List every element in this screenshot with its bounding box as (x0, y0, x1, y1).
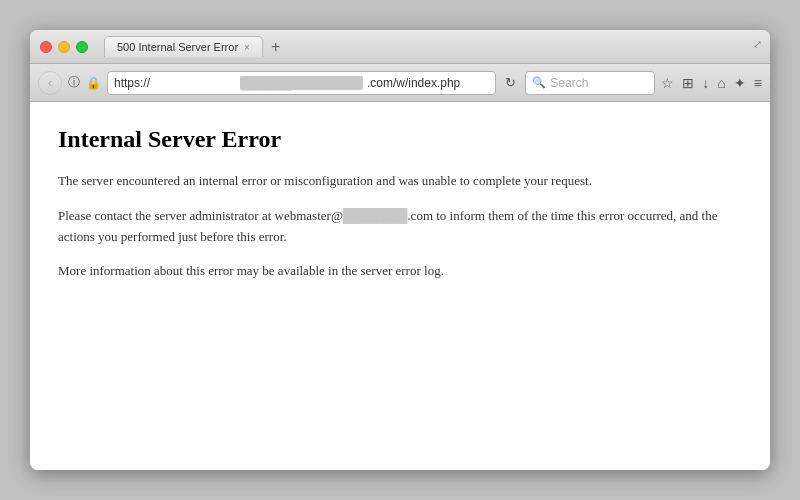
error-heading: Internal Server Error (58, 126, 742, 153)
tab-title: 500 Internal Server Error (117, 41, 238, 53)
refresh-button[interactable]: ↻ (502, 75, 519, 90)
menu-icon[interactable]: ≡ (754, 75, 762, 91)
active-tab[interactable]: 500 Internal Server Error × (104, 36, 263, 57)
url-redacted-domain: ██████ (240, 76, 362, 90)
tab-close-button[interactable]: × (244, 42, 250, 53)
search-bar[interactable]: 🔍 Search (525, 71, 655, 95)
window-controls (40, 41, 88, 53)
error-paragraph-3: More information about this error may be… (58, 261, 742, 282)
nav-bar: ‹ ⓘ 🔒 https:// ██████ .com/w/index.php ↻… (30, 64, 770, 102)
para2-prefix: Please contact the server administrator … (58, 208, 343, 223)
tab-bar: 500 Internal Server Error × + (104, 36, 760, 57)
bookmark-star-icon[interactable]: ☆ (661, 75, 674, 91)
minimize-button[interactable] (58, 41, 70, 53)
url-prefix: https:// (114, 76, 236, 90)
title-bar: 500 Internal Server Error × + ⤢ (30, 30, 770, 64)
url-path: .com/w/index.php (367, 76, 489, 90)
new-tab-button[interactable]: + (263, 39, 288, 55)
download-icon[interactable]: ↓ (702, 75, 709, 91)
back-button[interactable]: ‹ (38, 71, 62, 95)
resize-icon: ⤢ (753, 38, 762, 51)
search-placeholder: Search (550, 76, 588, 90)
error-paragraph-1: The server encountered an internal error… (58, 171, 742, 192)
bookmarks-icon[interactable]: ⊞ (682, 75, 694, 91)
tools-icon[interactable]: ✦ (734, 75, 746, 91)
para2-redacted: ███████ (343, 208, 407, 223)
nav-icons: ☆ ⊞ ↓ ⌂ ✦ ≡ (661, 75, 762, 91)
search-icon: 🔍 (532, 76, 546, 89)
browser-window: 500 Internal Server Error × + ⤢ ‹ ⓘ 🔒 ht… (30, 30, 770, 470)
error-paragraph-2: Please contact the server administrator … (58, 206, 742, 248)
maximize-button[interactable] (76, 41, 88, 53)
back-icon: ‹ (48, 76, 52, 90)
page-content: Internal Server Error The server encount… (30, 102, 770, 470)
close-button[interactable] (40, 41, 52, 53)
url-bar[interactable]: https:// ██████ .com/w/index.php (107, 71, 496, 95)
home-icon[interactable]: ⌂ (717, 75, 725, 91)
info-icon[interactable]: ⓘ (68, 74, 80, 91)
lock-icon: 🔒 (86, 76, 101, 90)
